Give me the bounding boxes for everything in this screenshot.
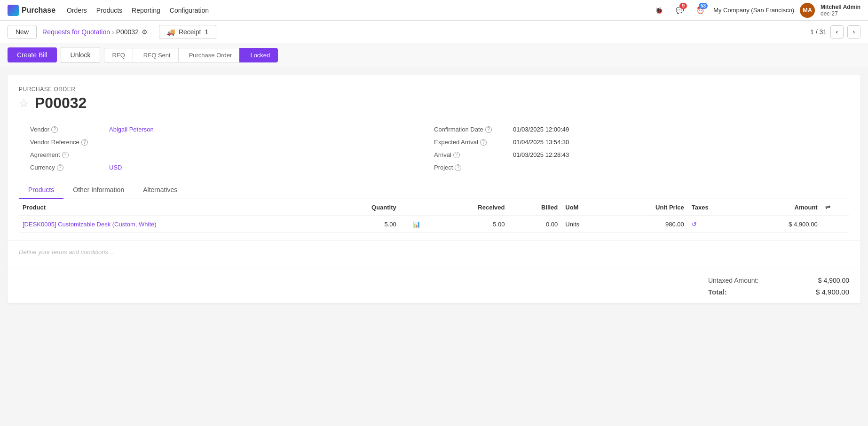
untaxed-label: Untaxed Amount: bbox=[708, 277, 758, 284]
step-locked[interactable]: Locked bbox=[239, 48, 278, 62]
activity-badge: 53 bbox=[699, 3, 708, 9]
logo-icon bbox=[8, 5, 19, 16]
gear-icon[interactable]: ⚙ bbox=[142, 28, 148, 36]
col-adjust[interactable]: ⇌ bbox=[821, 199, 849, 216]
received-cell: 5.00 bbox=[433, 216, 508, 233]
bug-icon: 🐞 bbox=[655, 7, 663, 14]
nav-orders[interactable]: Orders bbox=[67, 5, 87, 16]
terms-area[interactable]: Define your terms and conditions ... bbox=[8, 240, 860, 269]
uom-cell: Units bbox=[561, 216, 608, 233]
col-amount: Amount bbox=[742, 199, 821, 216]
bug-icon-button[interactable]: 🐞 bbox=[651, 3, 666, 18]
chart-icon-cell[interactable]: 📊 bbox=[400, 216, 433, 233]
breadcrumb-parent[interactable]: Requests for Quotation bbox=[42, 28, 110, 36]
favorite-star-icon[interactable]: ☆ bbox=[19, 97, 29, 110]
create-bill-button[interactable]: Create Bill bbox=[8, 47, 57, 62]
col-chart bbox=[400, 199, 433, 216]
project-field-row: Project ? bbox=[434, 161, 838, 174]
col-received: Received bbox=[433, 199, 508, 216]
left-fields: Vendor ? Abigail Peterson Vendor Referen… bbox=[30, 123, 434, 174]
company-name[interactable]: My Company (San Francisco) bbox=[713, 7, 794, 14]
tab-alternatives[interactable]: Alternatives bbox=[134, 181, 187, 199]
step-purchase-order[interactable]: Purchase Order bbox=[178, 48, 240, 62]
receipt-count: 1 bbox=[205, 28, 208, 36]
user-name: Mitchell Admin bbox=[821, 4, 860, 10]
confirmation-date-label: Confirmation Date ? bbox=[434, 126, 509, 133]
vendor-ref-help[interactable]: ? bbox=[81, 139, 88, 146]
tabs-container: Products Other Information Alternatives bbox=[19, 181, 849, 199]
products-table: Product Quantity Received Billed UoM Uni… bbox=[19, 199, 849, 233]
currency-help[interactable]: ? bbox=[57, 164, 63, 171]
untaxed-amount-row: Untaxed Amount: $ 4,900.00 bbox=[708, 275, 849, 286]
action-bar: Create Bill Unlock RFQ RFQ Sent Purchase… bbox=[0, 43, 868, 67]
vendor-help[interactable]: ? bbox=[51, 126, 58, 133]
col-product: Product bbox=[19, 199, 329, 216]
col-billed: Billed bbox=[508, 199, 561, 216]
amount-cell: $ 4,900.00 bbox=[742, 216, 821, 233]
tab-other-information[interactable]: Other Information bbox=[63, 181, 134, 199]
untaxed-value: $ 4,900.00 bbox=[818, 277, 849, 284]
vendor-field-row: Vendor ? Abigail Peterson bbox=[30, 123, 434, 136]
breadcrumb-separator: › bbox=[112, 28, 114, 36]
order-number: P00032 bbox=[35, 94, 87, 112]
terms-placeholder: Define your terms and conditions ... bbox=[19, 248, 115, 256]
vendor-value[interactable]: Abigail Peterson bbox=[109, 126, 154, 133]
totals-table: Untaxed Amount: $ 4,900.00 Total: $ 4,90… bbox=[708, 275, 849, 298]
col-taxes: Taxes bbox=[688, 199, 742, 216]
currency-value[interactable]: USD bbox=[109, 164, 122, 171]
unlock-button[interactable]: Unlock bbox=[61, 47, 101, 63]
reset-icon[interactable]: ↺ bbox=[692, 221, 697, 228]
step-rfq[interactable]: RFQ bbox=[104, 48, 133, 62]
breadcrumb-current: P00032 bbox=[116, 28, 139, 36]
expected-arrival-field-row: Expected Arrival ? 01/04/2025 13:54:30 bbox=[434, 136, 838, 148]
total-row: Total: $ 4,900.00 bbox=[708, 286, 849, 298]
user-avatar[interactable]: MA bbox=[800, 3, 815, 18]
main-content: Purchase Order ☆ P00032 Vendor ? Abigail… bbox=[8, 75, 860, 303]
receipt-label: Receipt bbox=[179, 28, 201, 36]
expected-arrival-value: 01/04/2025 13:54:30 bbox=[513, 139, 569, 146]
arrival-value: 01/03/2025 12:28:43 bbox=[513, 151, 569, 158]
receipt-button[interactable]: 🚚 Receipt 1 bbox=[159, 25, 216, 39]
pager-prev-button[interactable]: ‹ bbox=[830, 25, 844, 39]
total-label: Total: bbox=[708, 288, 727, 296]
tabs: Products Other Information Alternatives bbox=[19, 181, 849, 199]
form-title-row: ☆ P00032 bbox=[19, 94, 849, 112]
agreement-help[interactable]: ? bbox=[62, 152, 69, 158]
nav-menu: Orders Products Reporting Configuration bbox=[67, 5, 209, 16]
tab-products[interactable]: Products bbox=[19, 181, 63, 199]
product-link[interactable]: [DESK0005] Customizable Desk (Custom, Wh… bbox=[23, 221, 157, 228]
quantity-cell: 5.00 bbox=[329, 216, 400, 233]
project-help[interactable]: ? bbox=[455, 164, 461, 171]
right-fields: Confirmation Date ? 01/03/2025 12:00:49 … bbox=[434, 123, 838, 174]
total-value: $ 4,900.00 bbox=[816, 288, 849, 296]
nav-right: 🐞 💬 9 ⏰ 53 My Company (San Francisco) MA… bbox=[651, 3, 860, 18]
table-row: [DESK0005] Customizable Desk (Custom, Wh… bbox=[19, 216, 849, 233]
product-cell: [DESK0005] Customizable Desk (Custom, Wh… bbox=[19, 216, 329, 233]
app-logo[interactable]: Purchase bbox=[8, 5, 55, 16]
row-action-cell bbox=[821, 216, 849, 233]
pager-text: 1 / 31 bbox=[810, 28, 827, 36]
chat-icon-button[interactable]: 💬 9 bbox=[672, 3, 687, 18]
status-steps: RFQ RFQ Sent Purchase Order Locked bbox=[104, 48, 278, 62]
agreement-field-row: Agreement ? bbox=[30, 148, 434, 161]
col-unit-price: Unit Price bbox=[608, 199, 687, 216]
expected-arrival-help[interactable]: ? bbox=[480, 139, 487, 146]
arrival-help[interactable]: ? bbox=[453, 152, 460, 158]
currency-field-row: Currency ? USD bbox=[30, 161, 434, 174]
unit-price-cell: 980.00 bbox=[608, 216, 687, 233]
step-rfq-sent[interactable]: RFQ Sent bbox=[133, 48, 179, 62]
chat-badge: 9 bbox=[679, 3, 687, 9]
nav-configuration[interactable]: Configuration bbox=[170, 5, 209, 16]
vendor-ref-field-row: Vendor Reference ? bbox=[30, 136, 434, 148]
breadcrumb: Requests for Quotation › P00032 ⚙ bbox=[42, 28, 148, 36]
activity-icon-button[interactable]: ⏰ 53 bbox=[693, 3, 708, 18]
nav-reporting[interactable]: Reporting bbox=[132, 5, 160, 16]
confirmation-date-help[interactable]: ? bbox=[485, 126, 492, 133]
pager-next-button[interactable]: › bbox=[847, 25, 860, 39]
pager: 1 / 31 ‹ › bbox=[810, 25, 860, 39]
section-label: Purchase Order bbox=[19, 86, 849, 93]
new-button[interactable]: New bbox=[8, 25, 37, 39]
nav-products[interactable]: Products bbox=[96, 5, 122, 16]
forecast-chart-icon[interactable]: 📊 bbox=[413, 221, 420, 228]
vendor-ref-label: Vendor Reference ? bbox=[30, 139, 105, 146]
